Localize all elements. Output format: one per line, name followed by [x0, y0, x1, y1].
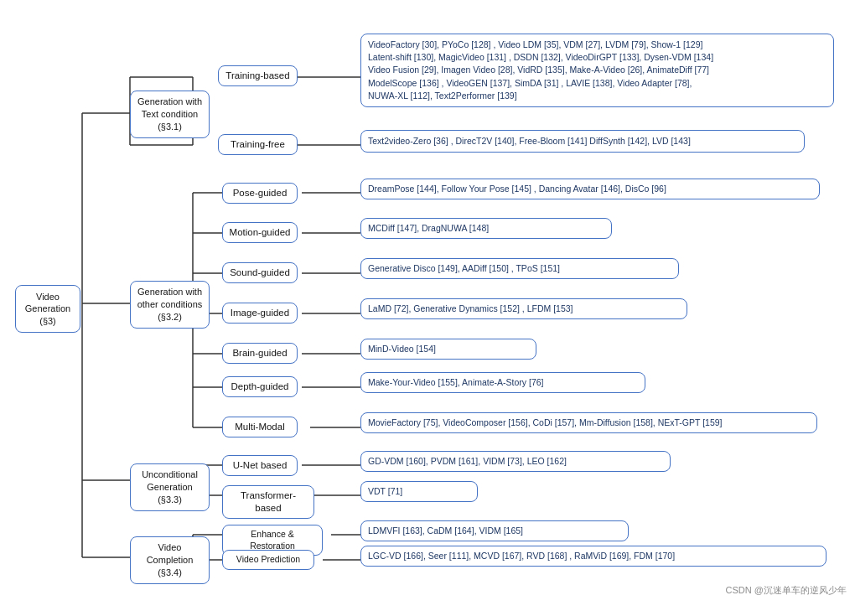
gen-other-node: Generation withother conditions(§3.2)	[130, 281, 210, 329]
brain-text: MinD-Video [154]	[368, 344, 436, 354]
root-node: Video Generation (§3)	[15, 285, 80, 333]
multi-modal-node: Multi-Modal	[222, 417, 298, 437]
video-prediction-label: Video Prediction	[236, 554, 300, 564]
image-guided-node: Image-guided	[222, 303, 298, 324]
depth-text: Make-Your-Video [155], Animate-A-Story […	[368, 377, 544, 387]
enhance-content: LDMVFI [163], CaDM [164], VIDM [165]	[360, 520, 629, 541]
motion-content: MCDiff [147], DragNUWA [148]	[360, 218, 612, 239]
unet-text: GD-VDM [160], PVDM [161], VIDM [73], LEO…	[368, 456, 567, 466]
depth-content: Make-Your-Video [155], Animate-A-Story […	[360, 372, 645, 393]
depth-guided-label: Depth-guided	[231, 381, 288, 391]
gen-text-label: Generation withText condition(§3.1)	[137, 96, 202, 132]
brain-guided-node: Brain-guided	[222, 343, 298, 364]
transformer-content: VDT [71]	[360, 481, 478, 502]
diagram: Video Generation (§3) Generation withTex…	[0, 0, 855, 603]
unconditional-node: UnconditionalGeneration (§3.3)	[130, 463, 210, 511]
training-free-content: Text2video-Zero [36] , DirecT2V [140], F…	[360, 130, 805, 153]
training-based-label: Training-based	[225, 70, 289, 80]
transformer-text: VDT [71]	[368, 486, 402, 496]
transformer-based-label: Transformer-based	[241, 490, 296, 513]
sound-guided-label: Sound-guided	[230, 267, 290, 277]
image-guided-label: Image-guided	[231, 308, 289, 318]
motion-guided-node: Motion-guided	[222, 222, 298, 243]
image-content: LaMD [72], Generative Dynamics [152] , L…	[360, 298, 687, 319]
video-completion-node: Video Completion(§3.4)	[130, 536, 210, 584]
brain-guided-label: Brain-guided	[232, 348, 287, 358]
unconditional-label: UnconditionalGeneration (§3.3)	[142, 469, 198, 505]
training-based-text: VideoFactory [30], PYoCo [128] , Video L…	[368, 39, 713, 101]
multi-modal-content: MovieFactory [75], VideoComposer [156], …	[360, 412, 817, 433]
enhance-text: LDMVFI [163], CaDM [164], VIDM [165]	[368, 525, 523, 536]
motion-guided-label: Motion-guided	[230, 227, 291, 237]
pose-text: DreamPose [144], Follow Your Pose [145] …	[368, 184, 666, 194]
training-based-content: VideoFactory [30], PYoCo [128] , Video L…	[360, 34, 834, 107]
training-free-node: Training-free	[218, 134, 298, 155]
motion-text: MCDiff [147], DragNUWA [148]	[368, 223, 489, 233]
transformer-based-node: Transformer-based	[222, 485, 314, 519]
brain-content: MinD-Video [154]	[360, 339, 536, 360]
training-free-text: Text2video-Zero [36] , DirecT2V [140], F…	[368, 136, 691, 146]
unet-based-node: U-Net based	[222, 455, 298, 476]
video-prediction-node: Video Prediction	[222, 550, 314, 570]
root-label: Video Generation (§3)	[25, 292, 70, 326]
multi-modal-label: Multi-Modal	[235, 422, 284, 432]
gen-other-label: Generation withother conditions(§3.2)	[137, 287, 203, 322]
unet-based-label: U-Net based	[233, 460, 288, 470]
pose-guided-label: Pose-guided	[233, 188, 288, 198]
pose-guided-node: Pose-guided	[222, 183, 298, 204]
multi-modal-text: MovieFactory [75], VideoComposer [156], …	[368, 417, 723, 427]
depth-guided-node: Depth-guided	[222, 376, 298, 397]
sound-guided-node: Sound-guided	[222, 262, 298, 283]
watermark: CSDN @沉迷单车的逆风少年	[726, 584, 847, 597]
unet-content: GD-VDM [160], PVDM [161], VIDM [73], LEO…	[360, 451, 671, 472]
sound-text: Generative Disco [149], AADiff [150] , T…	[368, 263, 560, 273]
video-prediction-text: LGC-VD [166], Seer [111], MCVD [167], RV…	[368, 551, 675, 561]
watermark-text: CSDN @沉迷单车的逆风少年	[726, 585, 847, 595]
gen-text-node: Generation withText condition(§3.1)	[130, 91, 210, 138]
video-prediction-content: LGC-VD [166], Seer [111], MCVD [167], RV…	[360, 546, 826, 567]
video-completion-label: Video Completion(§3.4)	[147, 542, 194, 577]
pose-content: DreamPose [144], Follow Your Pose [145] …	[360, 179, 820, 199]
image-text: LaMD [72], Generative Dynamics [152] , L…	[368, 303, 573, 313]
enhance-label: Enhance & Restoration	[250, 529, 295, 551]
training-based-node: Training-based	[218, 65, 298, 86]
sound-content: Generative Disco [149], AADiff [150] , T…	[360, 258, 679, 279]
training-free-label: Training-free	[231, 139, 285, 149]
